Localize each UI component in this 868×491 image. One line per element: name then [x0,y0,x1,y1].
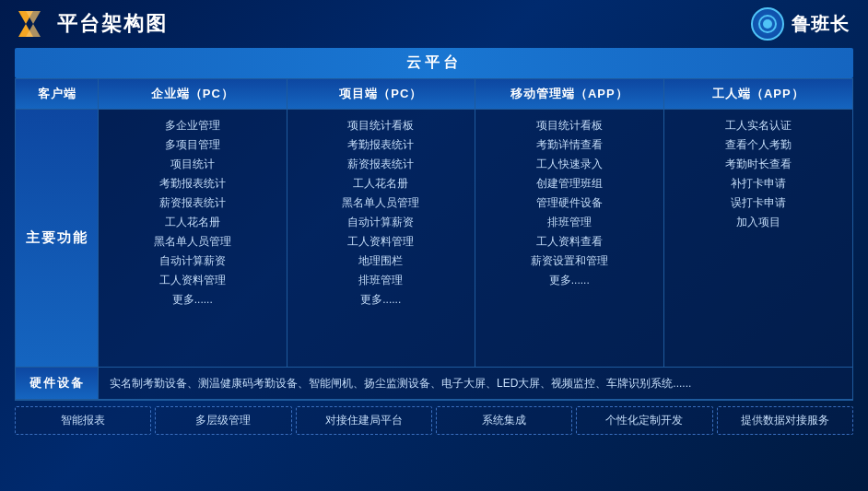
brand-name: 鲁班长 [792,12,850,37]
list-item: 自动计算薪资 [347,214,414,230]
list-item: 黑名单人员管理 [342,194,419,211]
list-item: 补打卡申请 [731,175,786,192]
list-item: 更多...... [549,272,590,288]
list-item: 考勤报表统计 [159,175,226,192]
list-item: 管理硬件设备 [536,194,603,211]
page-title: 平台架构图 [57,10,168,38]
hardware-content: 实名制考勤设备、测温健康码考勤设备、智能闸机、扬尘监测设备、电子大屏、LED大屏… [99,368,852,399]
list-item: 薪资设置和管理 [531,252,608,269]
main-content: 云平台 客户端 企业端（PC） 项目端（PC） 移动管理端（APP） 工人端（A… [0,48,868,442]
col-client: 客户端 [16,79,99,109]
col-project-pc: 项目端（PC） [287,79,476,109]
list-item: 地理围栏 [358,252,403,269]
col-enterprise-pc: 企业端（PC） [99,79,287,109]
main-features-label: 主要功能 [16,110,99,367]
features-row: 主要功能 多企业管理 多项目管理 项目统计 考勤报表统计 薪资报表统计 工人花名… [16,110,852,368]
enterprise-features: 多企业管理 多项目管理 项目统计 考勤报表统计 薪资报表统计 工人花名册 黑名单… [99,110,287,367]
list-item: 自动计算薪资 [159,252,226,269]
list-item: 项目统计看板 [536,117,603,134]
list-item: 工人资料查看 [536,233,603,250]
cloud-platform-label: 云平台 [406,54,462,70]
list-item: 更多...... [172,291,213,308]
list-item: 工人资料管理 [159,272,226,288]
list-item: 误打卡申请 [731,194,786,211]
tag-1: 多层级管理 [155,406,291,435]
col-mobile-app: 移动管理端（APP） [475,79,664,109]
tag-4: 个性化定制开发 [576,406,712,435]
list-item: 查看个人考勤 [725,136,792,153]
list-item: 黑名单人员管理 [154,233,231,250]
list-item: 工人快速录入 [536,156,603,172]
list-item: 多项目管理 [165,136,220,153]
list-item: 创建管理班组 [536,175,603,192]
list-item: 多企业管理 [165,117,220,134]
project-features: 项目统计看板 考勤报表统计 薪资报表统计 工人花名册 黑名单人员管理 自动计算薪… [287,110,476,367]
hardware-row: 硬件设备 实名制考勤设备、测温健康码考勤设备、智能闸机、扬尘监测设备、电子大屏、… [16,368,852,400]
brand-area: 鲁班长 [751,7,850,41]
column-headers: 客户端 企业端（PC） 项目端（PC） 移动管理端（APP） 工人端（APP） [16,79,852,110]
list-item: 更多...... [360,291,401,308]
header-left: 平台架构图 [15,7,168,41]
brand-logo-icon [751,7,784,41]
tag-0: 智能报表 [15,406,151,435]
brand-logo-inner [758,15,777,33]
worker-features: 工人实名认证 查看个人考勤 考勤时长查看 补打卡申请 误打卡申请 加入项目 [664,110,853,367]
list-item: 薪资报表统计 [159,194,226,211]
tag-5: 提供数据对接服务 [717,406,853,435]
list-item: 加入项目 [736,214,780,230]
tag-2: 对接住建局平台 [296,406,432,435]
list-item: 工人花名册 [353,175,408,192]
list-item: 考勤报表统计 [347,136,414,153]
list-item: 项目统计看板 [347,117,414,134]
list-item: 工人实名认证 [725,117,792,134]
list-item: 排班管理 [358,272,403,288]
tag-3: 系统集成 [436,406,572,435]
platform-table: 客户端 企业端（PC） 项目端（PC） 移动管理端（APP） 工人端（APP） … [15,78,853,401]
list-item: 工人资料管理 [347,233,414,250]
list-item: 工人花名册 [165,214,220,230]
header: 平台架构图 鲁班长 [0,0,868,48]
list-item: 薪资报表统计 [347,156,414,172]
col-worker-app: 工人端（APP） [664,79,853,109]
list-item: 排班管理 [547,214,592,230]
tags-row: 智能报表 多层级管理 对接住建局平台 系统集成 个性化定制开发 提供数据对接服务 [15,406,853,435]
list-item: 考勤时长查看 [725,156,792,172]
list-item: 考勤详情查看 [536,136,603,153]
logo-icon [15,7,48,41]
hardware-label: 硬件设备 [16,368,99,399]
list-item: 项目统计 [170,156,215,172]
mobile-features: 项目统计看板 考勤详情查看 工人快速录入 创建管理班组 管理硬件设备 排班管理 … [475,110,664,367]
cloud-platform-bar: 云平台 [15,48,853,78]
